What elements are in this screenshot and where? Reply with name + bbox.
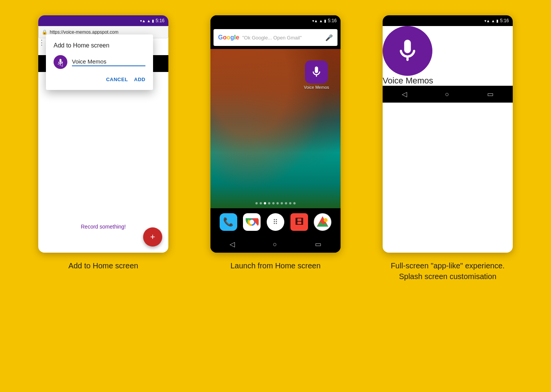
nav-bar-3: ◁ ○ ▭ bbox=[383, 86, 513, 103]
phones-row: ▾▲ ▲ ▮ 5:16 🔒 https://voice-memos.appspo… bbox=[23, 15, 528, 282]
dot-9 bbox=[289, 202, 292, 204]
dialog-buttons: CANCEL ADD bbox=[54, 77, 145, 82]
hamburger-icon[interactable]: ☰ bbox=[38, 47, 44, 55]
dock: 📞 ⠿ 🎞 bbox=[210, 208, 341, 236]
record-text: Record something! bbox=[81, 224, 126, 230]
google-search-bar[interactable]: Google "Ok Google... Open Gmail" 🎤 bbox=[214, 29, 337, 46]
recents-icon-1[interactable]: ▭ bbox=[143, 59, 149, 68]
signal-icon-2: ▾▲ bbox=[312, 19, 318, 23]
status-bar-2: ▾▲ ▲ ▮ 5:16 bbox=[210, 15, 341, 26]
wallpaper: Voice Memos bbox=[210, 49, 341, 208]
dock-apps-icon[interactable]: ⠿ bbox=[267, 213, 284, 231]
home-mic-svg bbox=[310, 65, 323, 78]
dot-6 bbox=[277, 202, 279, 204]
page-dots bbox=[256, 202, 296, 204]
dot-8 bbox=[285, 202, 287, 204]
battery-icon-1: ▮ bbox=[152, 19, 154, 23]
dot-1 bbox=[256, 202, 258, 204]
dot-3 bbox=[264, 202, 266, 204]
dot-2 bbox=[260, 202, 262, 204]
google-search-placeholder: "Ok Google... Open Gmail" bbox=[242, 35, 322, 41]
dot-10 bbox=[293, 202, 296, 204]
back-icon-3[interactable]: ◁ bbox=[402, 90, 407, 98]
add-button[interactable]: ADD bbox=[134, 77, 145, 82]
dot-4 bbox=[268, 202, 271, 204]
dock-chrome-icon[interactable] bbox=[243, 213, 261, 231]
phone1: ▾▲ ▲ ▮ 5:16 🔒 https://voice-memos.appspo… bbox=[38, 15, 168, 253]
dock-phone-icon[interactable]: 📞 bbox=[220, 213, 237, 231]
home-icon-1[interactable]: ○ bbox=[101, 60, 105, 68]
back-icon-1[interactable]: ◁ bbox=[57, 59, 63, 68]
fab-icon: + bbox=[150, 232, 155, 242]
fab-button[interactable]: + bbox=[143, 227, 162, 247]
splash-app-name: Voice Memos bbox=[383, 76, 433, 85]
gallery-svg bbox=[315, 214, 330, 230]
dialog-title: Add to Home screen bbox=[54, 42, 145, 49]
google-mic-icon[interactable]: 🎤 bbox=[325, 34, 333, 41]
wifi-icon-2: ▲ bbox=[319, 19, 323, 23]
dot-5 bbox=[272, 202, 275, 204]
wifi-icon-1: ▲ bbox=[147, 19, 151, 23]
status-icons-2: ▾▲ ▲ ▮ bbox=[312, 19, 326, 23]
phone3: ▾▲ ▲ ▮ 5:16 Voice Memos ◁ ○ ▭ bbox=[383, 15, 513, 253]
dot-7 bbox=[281, 202, 283, 204]
splash-mic-svg bbox=[394, 38, 421, 64]
chrome-menu-icon[interactable]: ⋮ bbox=[38, 39, 45, 46]
wifi-icon-3: ▲ bbox=[491, 19, 495, 23]
battery-icon-3: ▮ bbox=[496, 19, 499, 23]
back-icon-2[interactable]: ◁ bbox=[230, 240, 235, 248]
splash-mic-icon bbox=[383, 26, 432, 76]
svg-point-4 bbox=[324, 218, 328, 222]
dialog-input-row bbox=[54, 55, 145, 69]
phone2-col: ▾▲ ▲ ▮ 5:16 Google "Ok Google... Open Gm… bbox=[195, 15, 356, 271]
phone3-col: ▾▲ ▲ ▮ 5:16 Voice Memos ◁ ○ ▭ bbox=[367, 15, 528, 282]
phone1-col: ▾▲ ▲ ▮ 5:16 🔒 https://voice-memos.appspo… bbox=[23, 15, 184, 271]
status-bar-1: ▾▲ ▲ ▮ 5:16 bbox=[38, 15, 168, 26]
home-icon-label: Voice Memos bbox=[304, 85, 329, 90]
phone1-caption: Add to Home screen bbox=[68, 260, 138, 271]
nav-bar-2: ◁ ○ ▭ bbox=[210, 236, 341, 253]
svg-point-2 bbox=[249, 220, 254, 224]
url-text: https://voice-memos.appspot.com bbox=[50, 29, 118, 35]
status-time-3: 5:16 bbox=[500, 18, 509, 23]
lock-icon: 🔒 bbox=[42, 29, 47, 35]
voice-memos-home-icon[interactable]: Voice Memos bbox=[304, 60, 329, 90]
status-bar-3: ▾▲ ▲ ▮ 5:16 bbox=[383, 15, 513, 26]
google-logo: Google bbox=[218, 34, 239, 41]
status-time-1: 5:16 bbox=[156, 18, 165, 23]
status-icons-1: ▾▲ ▲ ▮ bbox=[140, 19, 154, 23]
recents-icon-3[interactable]: ▭ bbox=[487, 90, 494, 98]
signal-icon-3: ▾▲ bbox=[484, 19, 490, 23]
status-time-2: 5:16 bbox=[328, 18, 337, 23]
home-icon-3[interactable]: ○ bbox=[445, 90, 449, 98]
cancel-button[interactable]: CANCEL bbox=[106, 77, 128, 82]
home-icon-2[interactable]: ○ bbox=[273, 240, 277, 248]
signal-icon-1: ▾▲ bbox=[140, 19, 146, 23]
home-mic-icon-bg bbox=[305, 60, 328, 83]
status-icons-3: ▾▲ ▲ ▮ bbox=[484, 19, 499, 23]
chrome-svg bbox=[245, 215, 259, 229]
phone2: ▾▲ ▲ ▮ 5:16 Google "Ok Google... Open Gm… bbox=[210, 15, 341, 253]
dock-gallery-icon[interactable] bbox=[314, 213, 331, 231]
dialog-app-name-input[interactable] bbox=[72, 58, 145, 66]
battery-icon-2: ▮ bbox=[324, 19, 326, 23]
splash-body: Voice Memos bbox=[383, 26, 513, 86]
dock-video-icon[interactable]: 🎞 bbox=[290, 213, 308, 231]
phone3-caption: Full-screen "app-like" experience. Splas… bbox=[391, 260, 505, 282]
recents-icon-2[interactable]: ▭ bbox=[315, 240, 321, 248]
phone2-caption: Launch from Home screen bbox=[230, 260, 321, 271]
